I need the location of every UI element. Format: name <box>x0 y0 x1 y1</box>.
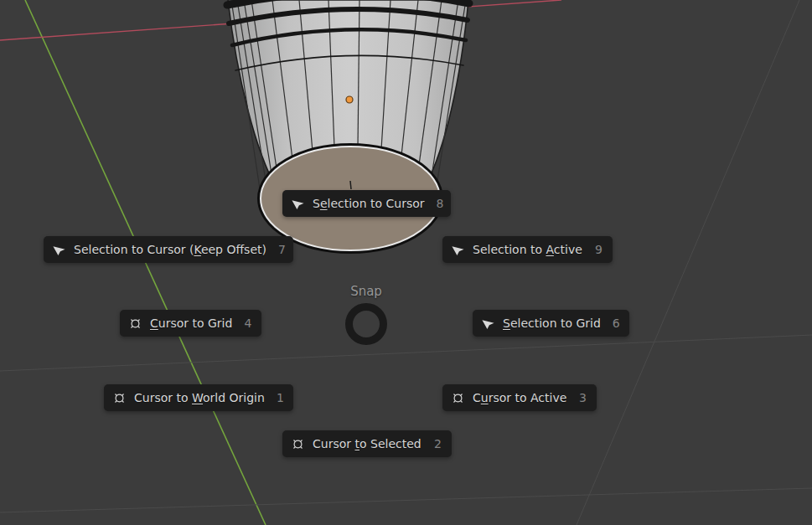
pie-item-shortcut: 7 <box>266 243 286 256</box>
pie-item-selection-to-cursor-keep-offset[interactable]: Selection to Cursor (Keep Offset) 7 <box>44 236 293 263</box>
pie-pointer-tick <box>350 181 351 189</box>
pie-item-label: Selection to Cursor <box>313 197 425 210</box>
label-pre: Selection to Cursor ( <box>74 243 194 256</box>
cursor-3d-icon <box>291 437 305 451</box>
grid-line <box>0 335 812 371</box>
pie-item-shortcut: 1 <box>265 391 284 404</box>
label-post: rsor to Active <box>489 391 567 404</box>
pie-item-shortcut: 8 <box>425 197 444 210</box>
label-post: eep Offset) <box>201 243 266 256</box>
pie-item-cursor-to-selected[interactable]: Cursor to Selected 2 <box>282 430 452 457</box>
pie-item-shortcut: 3 <box>567 391 587 404</box>
pie-menu-title: Snap <box>333 284 400 299</box>
cursor-3d-icon <box>451 391 465 405</box>
label-post: ctive <box>554 243 582 256</box>
pie-item-cursor-to-grid[interactable]: Cursor to Grid 4 <box>120 310 261 337</box>
label-post: lection to Cursor <box>328 197 425 210</box>
pie-item-shortcut: 9 <box>583 243 603 256</box>
cursor-3d-icon <box>128 317 142 331</box>
label-post: election to Grid <box>510 317 601 330</box>
pie-item-shortcut: 2 <box>422 437 442 450</box>
pointer-icon <box>291 197 305 211</box>
label-post: o Selected <box>359 437 422 450</box>
pie-item-label: Cursor to Grid <box>150 317 232 330</box>
label-key: u <box>481 391 489 404</box>
pointer-icon <box>52 243 66 257</box>
label-pre: S <box>313 197 320 210</box>
label-key: e <box>320 197 328 210</box>
pie-item-label: Selection to Grid <box>503 317 601 330</box>
pie-item-shortcut: 6 <box>601 317 620 330</box>
pointer-icon <box>451 243 465 257</box>
pie-item-cursor-to-active[interactable]: Cursor to Active 3 <box>442 384 597 411</box>
label-pre: Cursor to <box>134 391 192 404</box>
grid-line <box>0 488 812 512</box>
pointer-icon <box>481 317 495 331</box>
label-post: orld Origin <box>203 391 265 404</box>
label-pre: Cursor <box>313 437 354 450</box>
blender-3d-viewport: Snap Selection to Cursor 8 Selection to … <box>0 0 812 525</box>
label-post: ursor to Grid <box>158 317 233 330</box>
label-key: A <box>546 243 553 256</box>
pie-item-cursor-to-world-origin[interactable]: Cursor to World Origin 1 <box>104 384 293 411</box>
label-key: C <box>150 317 158 330</box>
pie-item-label: Cursor to Active <box>473 391 566 404</box>
pie-item-label: Selection to Active <box>473 243 582 256</box>
label-key: W <box>192 391 203 404</box>
pie-item-selection-to-cursor[interactable]: Selection to Cursor 8 <box>282 190 451 217</box>
object-origin-dot <box>346 96 353 103</box>
label-pre: Selection to <box>473 243 546 256</box>
cursor-3d-icon <box>112 391 127 405</box>
pie-menu-ring[interactable] <box>345 303 387 345</box>
pie-item-label: Selection to Cursor (Keep Offset) <box>74 243 266 256</box>
pie-item-label: Cursor to World Origin <box>134 391 265 404</box>
pie-item-selection-to-grid[interactable]: Selection to Grid 6 <box>473 310 629 337</box>
label-key: S <box>503 317 510 330</box>
pie-item-shortcut: 4 <box>232 317 251 330</box>
pie-item-label: Cursor to Selected <box>313 437 422 450</box>
pie-item-selection-to-active[interactable]: Selection to Active 9 <box>442 236 613 263</box>
label-key: K <box>194 243 200 256</box>
label-pre: C <box>473 391 481 404</box>
